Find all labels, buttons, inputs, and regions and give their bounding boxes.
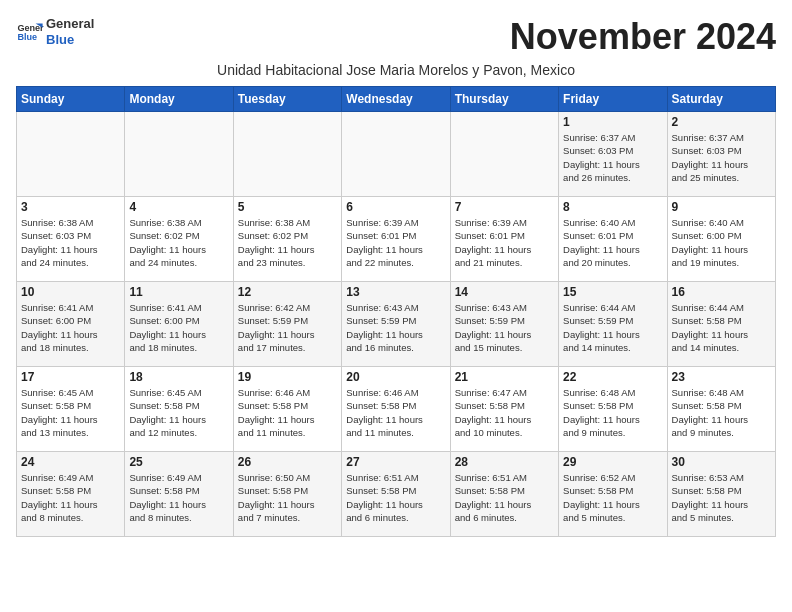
day-number: 18 <box>129 370 228 384</box>
weekday-header-monday: Monday <box>125 87 233 112</box>
logo-text: General Blue <box>46 16 94 47</box>
day-number: 10 <box>21 285 120 299</box>
day-number: 14 <box>455 285 554 299</box>
calendar-cell: 8Sunrise: 6:40 AM Sunset: 6:01 PM Daylig… <box>559 197 667 282</box>
day-number: 4 <box>129 200 228 214</box>
weekday-header-saturday: Saturday <box>667 87 775 112</box>
day-number: 19 <box>238 370 337 384</box>
day-number: 11 <box>129 285 228 299</box>
day-info: Sunrise: 6:38 AM Sunset: 6:02 PM Dayligh… <box>129 216 228 269</box>
calendar-cell: 24Sunrise: 6:49 AM Sunset: 5:58 PM Dayli… <box>17 452 125 537</box>
weekday-header-sunday: Sunday <box>17 87 125 112</box>
day-number: 20 <box>346 370 445 384</box>
day-number: 21 <box>455 370 554 384</box>
calendar-cell: 11Sunrise: 6:41 AM Sunset: 6:00 PM Dayli… <box>125 282 233 367</box>
day-info: Sunrise: 6:43 AM Sunset: 5:59 PM Dayligh… <box>346 301 445 354</box>
day-info: Sunrise: 6:45 AM Sunset: 5:58 PM Dayligh… <box>21 386 120 439</box>
day-number: 24 <box>21 455 120 469</box>
day-info: Sunrise: 6:48 AM Sunset: 5:58 PM Dayligh… <box>563 386 662 439</box>
day-info: Sunrise: 6:38 AM Sunset: 6:03 PM Dayligh… <box>21 216 120 269</box>
calendar-cell: 5Sunrise: 6:38 AM Sunset: 6:02 PM Daylig… <box>233 197 341 282</box>
calendar-cell: 18Sunrise: 6:45 AM Sunset: 5:58 PM Dayli… <box>125 367 233 452</box>
calendar-cell <box>450 112 558 197</box>
calendar-cell: 13Sunrise: 6:43 AM Sunset: 5:59 PM Dayli… <box>342 282 450 367</box>
day-info: Sunrise: 6:38 AM Sunset: 6:02 PM Dayligh… <box>238 216 337 269</box>
calendar-cell: 22Sunrise: 6:48 AM Sunset: 5:58 PM Dayli… <box>559 367 667 452</box>
day-number: 30 <box>672 455 771 469</box>
calendar-cell: 6Sunrise: 6:39 AM Sunset: 6:01 PM Daylig… <box>342 197 450 282</box>
day-number: 9 <box>672 200 771 214</box>
day-number: 16 <box>672 285 771 299</box>
weekday-header-wednesday: Wednesday <box>342 87 450 112</box>
svg-text:Blue: Blue <box>17 31 37 41</box>
day-number: 15 <box>563 285 662 299</box>
day-info: Sunrise: 6:37 AM Sunset: 6:03 PM Dayligh… <box>563 131 662 184</box>
calendar-cell: 23Sunrise: 6:48 AM Sunset: 5:58 PM Dayli… <box>667 367 775 452</box>
day-number: 28 <box>455 455 554 469</box>
weekday-header-thursday: Thursday <box>450 87 558 112</box>
day-number: 3 <box>21 200 120 214</box>
calendar-cell: 20Sunrise: 6:46 AM Sunset: 5:58 PM Dayli… <box>342 367 450 452</box>
day-number: 7 <box>455 200 554 214</box>
day-number: 27 <box>346 455 445 469</box>
day-info: Sunrise: 6:49 AM Sunset: 5:58 PM Dayligh… <box>21 471 120 524</box>
calendar-cell: 4Sunrise: 6:38 AM Sunset: 6:02 PM Daylig… <box>125 197 233 282</box>
day-info: Sunrise: 6:51 AM Sunset: 5:58 PM Dayligh… <box>455 471 554 524</box>
day-info: Sunrise: 6:39 AM Sunset: 6:01 PM Dayligh… <box>455 216 554 269</box>
calendar-cell: 25Sunrise: 6:49 AM Sunset: 5:58 PM Dayli… <box>125 452 233 537</box>
calendar-cell: 26Sunrise: 6:50 AM Sunset: 5:58 PM Dayli… <box>233 452 341 537</box>
day-info: Sunrise: 6:50 AM Sunset: 5:58 PM Dayligh… <box>238 471 337 524</box>
calendar-cell: 27Sunrise: 6:51 AM Sunset: 5:58 PM Dayli… <box>342 452 450 537</box>
day-info: Sunrise: 6:46 AM Sunset: 5:58 PM Dayligh… <box>346 386 445 439</box>
header: General Blue General Blue November 2024 <box>16 16 776 58</box>
weekday-header-friday: Friday <box>559 87 667 112</box>
day-info: Sunrise: 6:53 AM Sunset: 5:58 PM Dayligh… <box>672 471 771 524</box>
day-info: Sunrise: 6:42 AM Sunset: 5:59 PM Dayligh… <box>238 301 337 354</box>
day-info: Sunrise: 6:46 AM Sunset: 5:58 PM Dayligh… <box>238 386 337 439</box>
calendar-cell: 21Sunrise: 6:47 AM Sunset: 5:58 PM Dayli… <box>450 367 558 452</box>
calendar-cell: 15Sunrise: 6:44 AM Sunset: 5:59 PM Dayli… <box>559 282 667 367</box>
day-number: 13 <box>346 285 445 299</box>
day-number: 17 <box>21 370 120 384</box>
day-number: 25 <box>129 455 228 469</box>
day-info: Sunrise: 6:44 AM Sunset: 5:59 PM Dayligh… <box>563 301 662 354</box>
day-info: Sunrise: 6:49 AM Sunset: 5:58 PM Dayligh… <box>129 471 228 524</box>
day-info: Sunrise: 6:43 AM Sunset: 5:59 PM Dayligh… <box>455 301 554 354</box>
calendar-cell: 7Sunrise: 6:39 AM Sunset: 6:01 PM Daylig… <box>450 197 558 282</box>
calendar-cell: 19Sunrise: 6:46 AM Sunset: 5:58 PM Dayli… <box>233 367 341 452</box>
day-number: 6 <box>346 200 445 214</box>
day-info: Sunrise: 6:41 AM Sunset: 6:00 PM Dayligh… <box>21 301 120 354</box>
day-number: 12 <box>238 285 337 299</box>
calendar-cell <box>125 112 233 197</box>
calendar-cell: 30Sunrise: 6:53 AM Sunset: 5:58 PM Dayli… <box>667 452 775 537</box>
day-number: 22 <box>563 370 662 384</box>
subtitle: Unidad Habitacional Jose Maria Morelos y… <box>16 62 776 78</box>
day-number: 8 <box>563 200 662 214</box>
calendar-cell: 29Sunrise: 6:52 AM Sunset: 5:58 PM Dayli… <box>559 452 667 537</box>
calendar-cell <box>342 112 450 197</box>
day-info: Sunrise: 6:51 AM Sunset: 5:58 PM Dayligh… <box>346 471 445 524</box>
calendar-cell <box>17 112 125 197</box>
day-info: Sunrise: 6:39 AM Sunset: 6:01 PM Dayligh… <box>346 216 445 269</box>
calendar-cell: 3Sunrise: 6:38 AM Sunset: 6:03 PM Daylig… <box>17 197 125 282</box>
day-info: Sunrise: 6:48 AM Sunset: 5:58 PM Dayligh… <box>672 386 771 439</box>
day-number: 29 <box>563 455 662 469</box>
day-number: 1 <box>563 115 662 129</box>
day-info: Sunrise: 6:41 AM Sunset: 6:00 PM Dayligh… <box>129 301 228 354</box>
day-info: Sunrise: 6:45 AM Sunset: 5:58 PM Dayligh… <box>129 386 228 439</box>
logo: General Blue General Blue <box>16 16 94 47</box>
day-info: Sunrise: 6:37 AM Sunset: 6:03 PM Dayligh… <box>672 131 771 184</box>
calendar-cell: 1Sunrise: 6:37 AM Sunset: 6:03 PM Daylig… <box>559 112 667 197</box>
calendar-cell: 14Sunrise: 6:43 AM Sunset: 5:59 PM Dayli… <box>450 282 558 367</box>
calendar-cell: 28Sunrise: 6:51 AM Sunset: 5:58 PM Dayli… <box>450 452 558 537</box>
month-title: November 2024 <box>510 16 776 58</box>
calendar-cell: 10Sunrise: 6:41 AM Sunset: 6:00 PM Dayli… <box>17 282 125 367</box>
day-number: 23 <box>672 370 771 384</box>
calendar: SundayMondayTuesdayWednesdayThursdayFrid… <box>16 86 776 537</box>
day-number: 26 <box>238 455 337 469</box>
weekday-header-tuesday: Tuesday <box>233 87 341 112</box>
calendar-cell: 2Sunrise: 6:37 AM Sunset: 6:03 PM Daylig… <box>667 112 775 197</box>
calendar-cell: 9Sunrise: 6:40 AM Sunset: 6:00 PM Daylig… <box>667 197 775 282</box>
day-info: Sunrise: 6:40 AM Sunset: 6:00 PM Dayligh… <box>672 216 771 269</box>
calendar-cell: 17Sunrise: 6:45 AM Sunset: 5:58 PM Dayli… <box>17 367 125 452</box>
